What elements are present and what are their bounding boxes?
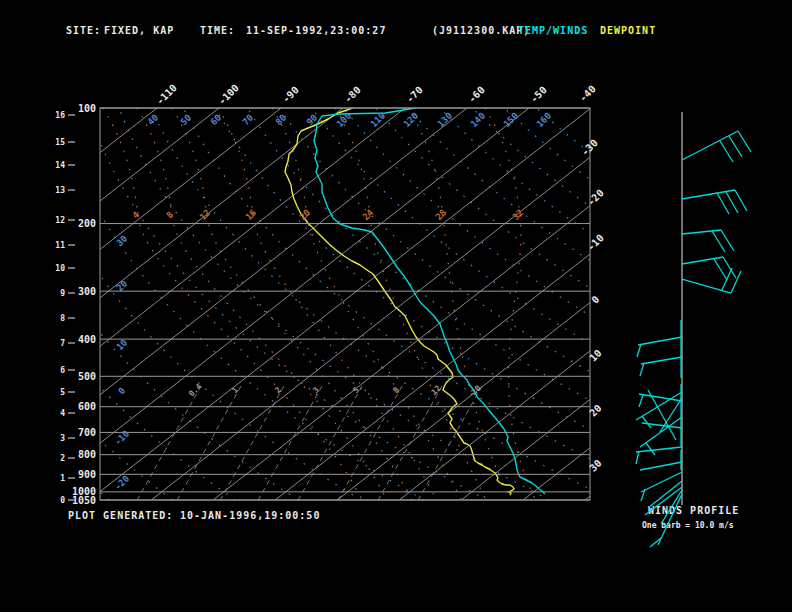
svg-text:100: 100 xyxy=(78,103,96,114)
svg-text:16: 16 xyxy=(55,111,65,120)
svg-text:15: 15 xyxy=(55,138,65,147)
svg-text:4: 4 xyxy=(60,409,65,418)
svg-text:1050: 1050 xyxy=(72,495,96,506)
svg-text:0: 0 xyxy=(116,385,127,396)
svg-text:-90: -90 xyxy=(280,84,301,105)
svg-text:500: 500 xyxy=(78,371,96,382)
svg-text:300: 300 xyxy=(78,286,96,297)
svg-text:16: 16 xyxy=(244,208,259,223)
svg-text:-50: -50 xyxy=(528,84,549,105)
svg-text:0.4: 0.4 xyxy=(187,382,204,399)
svg-text:14: 14 xyxy=(55,161,65,170)
svg-text:700: 700 xyxy=(78,427,96,438)
svg-text:800: 800 xyxy=(78,449,96,460)
svg-text:80: 80 xyxy=(274,113,289,128)
skewt-chart: 1002003004005006007008009001000105016151… xyxy=(0,0,792,612)
svg-text:70: 70 xyxy=(241,113,256,128)
svg-text:24: 24 xyxy=(361,207,376,222)
svg-text:-20: -20 xyxy=(585,187,606,208)
svg-text:-20: -20 xyxy=(113,474,132,493)
svg-text:130: 130 xyxy=(436,111,455,130)
svg-text:-40: -40 xyxy=(577,83,598,104)
svg-text:200: 200 xyxy=(78,218,96,229)
svg-text:0: 0 xyxy=(590,294,602,306)
svg-text:400: 400 xyxy=(78,334,96,345)
svg-text:900: 900 xyxy=(78,469,96,480)
svg-text:160: 160 xyxy=(535,111,554,130)
svg-text:12: 12 xyxy=(430,384,443,397)
svg-text:-110: -110 xyxy=(154,82,179,107)
svg-text:8: 8 xyxy=(164,209,175,220)
svg-text:-10: -10 xyxy=(585,232,606,253)
svg-text:8: 8 xyxy=(60,314,65,323)
svg-text:120: 120 xyxy=(402,111,421,130)
svg-text:50: 50 xyxy=(179,113,194,128)
svg-text:0: 0 xyxy=(60,496,65,505)
svg-text:600: 600 xyxy=(78,401,96,412)
svg-text:3: 3 xyxy=(60,434,65,443)
svg-text:10: 10 xyxy=(115,338,130,353)
skewt-screen: SITE: FIXED, KAP TIME: 11-SEP-1992,23:00… xyxy=(0,0,792,612)
svg-text:9: 9 xyxy=(60,289,65,298)
svg-text:20: 20 xyxy=(298,208,313,223)
svg-text:6: 6 xyxy=(60,366,65,375)
svg-text:10: 10 xyxy=(55,264,65,273)
svg-text:28: 28 xyxy=(434,208,449,223)
svg-text:13: 13 xyxy=(55,186,65,195)
svg-text:-60: -60 xyxy=(466,84,487,105)
svg-text:-100: -100 xyxy=(216,82,241,107)
svg-text:-80: -80 xyxy=(342,84,363,105)
svg-text:140: 140 xyxy=(469,111,488,130)
svg-text:7: 7 xyxy=(60,339,65,348)
svg-text:11: 11 xyxy=(55,241,65,250)
svg-text:1: 1 xyxy=(60,474,65,483)
svg-text:-70: -70 xyxy=(404,84,425,105)
svg-text:150: 150 xyxy=(502,111,521,130)
svg-text:5: 5 xyxy=(60,388,65,397)
svg-text:-30: -30 xyxy=(579,137,600,158)
svg-text:12: 12 xyxy=(55,216,65,225)
svg-text:2: 2 xyxy=(60,454,65,463)
